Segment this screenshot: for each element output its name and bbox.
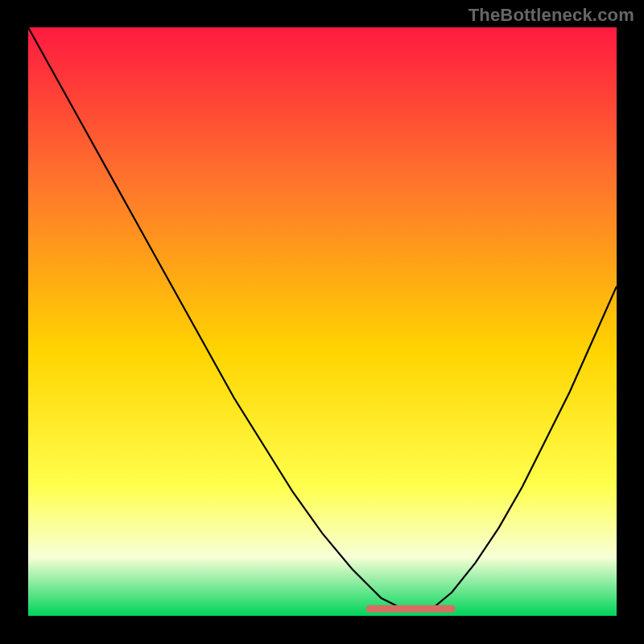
chart-container xyxy=(28,27,617,616)
bottleneck-chart xyxy=(28,27,617,616)
watermark-text: TheBottleneck.com xyxy=(469,5,634,26)
gradient-background xyxy=(28,27,617,616)
